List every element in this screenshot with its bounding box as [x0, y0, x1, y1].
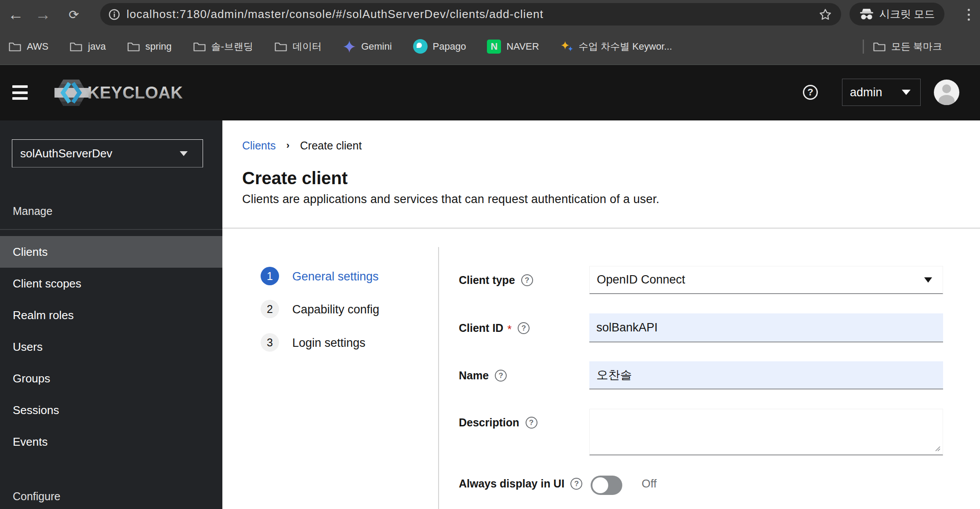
- wizard-divider: [438, 247, 439, 509]
- nav-toggle-icon[interactable]: [12, 85, 28, 100]
- chevron-down-icon: [180, 151, 188, 156]
- address-bar[interactable]: localhost:7180/admin/master/console/#/so…: [100, 3, 841, 25]
- folder-icon: [8, 41, 22, 52]
- description-textarea[interactable]: [589, 409, 943, 455]
- client-type-select[interactable]: OpenID Connect: [589, 266, 943, 294]
- bookmark-aws[interactable]: AWS: [8, 41, 48, 52]
- chevron-down-icon: [924, 277, 932, 283]
- step-2-circle: 2: [261, 300, 279, 318]
- folder-icon: [873, 41, 886, 52]
- breadcrumb-current: Create client: [300, 139, 362, 152]
- nav-section-manage: Manage: [13, 205, 52, 218]
- sidebar-item-sessions[interactable]: Sessions: [0, 394, 222, 426]
- description-label: Description ?: [459, 416, 537, 429]
- sidebar-item-client-scopes[interactable]: Client scopes: [0, 268, 222, 299]
- help-icon[interactable]: ?: [495, 370, 507, 382]
- sidebar: solAuthServerDev Manage Clients Client s…: [0, 120, 222, 509]
- client-type-label: Client type ?: [459, 274, 533, 287]
- folder-icon: [193, 41, 206, 52]
- name-input[interactable]: 오찬솔: [589, 361, 943, 389]
- client-id-value: solBankAPI: [596, 321, 658, 334]
- always-display-label: Always display in UI ?: [459, 477, 582, 490]
- name-value: 오찬솔: [596, 367, 632, 383]
- browser-toolbar: ← → ⟳ localhost:7180/admin/master/consol…: [0, 0, 980, 29]
- resize-handle-icon[interactable]: [934, 445, 941, 452]
- client-id-label: Client ID * ?: [459, 322, 530, 334]
- always-display-toggle[interactable]: [591, 476, 622, 495]
- sparkle-icon: [560, 40, 573, 53]
- bookmark-papago[interactable]: Papago: [413, 39, 466, 54]
- app-header: KEYCLOAK ? admin: [0, 65, 980, 120]
- incognito-badge: 시크릿 모드: [849, 3, 944, 25]
- bookmark-spring[interactable]: spring: [127, 41, 172, 52]
- help-icon[interactable]: ?: [518, 322, 530, 334]
- sidebar-item-users[interactable]: Users: [0, 331, 222, 363]
- breadcrumb-chevron-icon: ›: [286, 140, 289, 151]
- papago-icon: [413, 39, 428, 54]
- help-icon[interactable]: ?: [803, 85, 818, 100]
- bookmarks-bar: AWS java spring 솔-브랜딩 데이터 Gemini: [0, 29, 980, 65]
- required-asterisk: *: [507, 323, 512, 336]
- wizard-step-general-settings[interactable]: General settings: [292, 270, 379, 284]
- help-icon[interactable]: ?: [570, 478, 582, 490]
- folder-icon: [127, 41, 140, 52]
- bookmarks-divider: [863, 40, 864, 54]
- reload-icon[interactable]: ⟳: [64, 5, 83, 24]
- all-bookmarks[interactable]: 모든 북마크: [873, 40, 942, 53]
- avatar[interactable]: [934, 80, 959, 105]
- bookmark-gemini[interactable]: Gemini: [343, 40, 392, 53]
- folder-icon: [69, 41, 83, 52]
- toggle-state-label: Off: [642, 477, 657, 491]
- sidebar-item-events[interactable]: Events: [0, 426, 222, 458]
- forward-icon[interactable]: →: [33, 5, 53, 24]
- folder-icon: [274, 41, 287, 52]
- incognito-icon: [859, 7, 874, 21]
- nav-divider: [0, 229, 222, 230]
- step-1-circle: 1: [261, 267, 279, 285]
- wizard-step-capability-config[interactable]: Capability config: [292, 303, 379, 316]
- breadcrumb: Clients › Create client: [242, 139, 362, 152]
- bookmark-data[interactable]: 데이터: [274, 40, 322, 53]
- page-subtitle: Clients are applications and services th…: [242, 193, 660, 206]
- page-root: ← → ⟳ localhost:7180/admin/master/consol…: [0, 0, 980, 509]
- client-id-input[interactable]: solBankAPI: [589, 313, 943, 342]
- bookmark-naver[interactable]: N NAVER: [487, 40, 539, 54]
- client-type-value: OpenID Connect: [597, 273, 685, 287]
- user-name: admin: [850, 86, 882, 99]
- svg-text:KEYCLOAK: KEYCLOAK: [87, 84, 183, 102]
- breadcrumb-clients-link[interactable]: Clients: [242, 139, 276, 152]
- naver-icon: N: [487, 40, 501, 54]
- incognito-label: 시크릿 모드: [879, 7, 935, 21]
- sidebar-item-groups[interactable]: Groups: [0, 363, 222, 394]
- help-icon[interactable]: ?: [526, 417, 537, 429]
- site-info-icon[interactable]: [108, 8, 120, 21]
- section-divider: [222, 228, 980, 229]
- realm-selector[interactable]: solAuthServerDev: [12, 139, 203, 167]
- user-menu[interactable]: admin: [842, 79, 921, 106]
- page-title: Create client: [242, 168, 348, 188]
- gemini-icon: [343, 40, 356, 53]
- bookmark-star-icon[interactable]: [818, 7, 832, 22]
- bookmark-java[interactable]: java: [69, 41, 105, 52]
- keycloak-logo: KEYCLOAK: [54, 78, 200, 108]
- bookmark-keyword-doc[interactable]: 수업 차수별 Keywor...: [560, 40, 672, 53]
- url-text: localhost:7180/admin/master/console/#/so…: [127, 7, 544, 21]
- help-icon[interactable]: ?: [521, 274, 533, 286]
- sidebar-item-clients[interactable]: Clients: [0, 236, 222, 268]
- step-3-circle: 3: [261, 333, 279, 352]
- nav-section-configure: Configure: [13, 490, 60, 503]
- realm-name: solAuthServerDev: [20, 147, 113, 160]
- name-label: Name ?: [459, 369, 507, 382]
- bookmark-sol-branding[interactable]: 솔-브랜딩: [193, 40, 253, 53]
- chevron-down-icon: [902, 90, 911, 95]
- sidebar-item-realm-roles[interactable]: Realm roles: [0, 299, 222, 331]
- browser-menu-icon[interactable]: [961, 7, 976, 22]
- wizard-step-login-settings[interactable]: Login settings: [292, 336, 366, 350]
- main-content: Clients › Create client Create client Cl…: [222, 120, 980, 509]
- back-icon[interactable]: ←: [6, 5, 25, 24]
